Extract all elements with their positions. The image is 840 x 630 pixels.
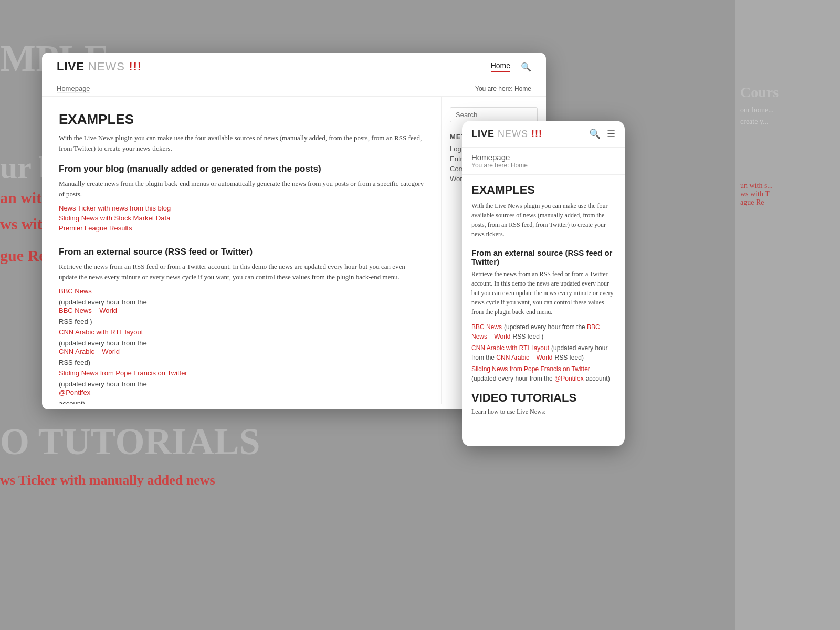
sw-external-section: From an external source (RSS feed or Twi… xyxy=(471,248,615,383)
external-section: From an external source (RSS feed or Twi… xyxy=(59,247,424,404)
cnn-world-link[interactable]: CNN Arabic – World xyxy=(59,348,424,355)
external-desc: Retrieve the news from an RSS feed or fr… xyxy=(59,261,424,282)
sw-pope-end: account) xyxy=(586,375,610,382)
small-window-logo: LIVE NEWS !!! xyxy=(471,129,542,140)
sw-video-desc: Learn how to use Live News: xyxy=(471,408,615,416)
cnn-news-link[interactable]: CNN Arabic with RTL layout xyxy=(59,328,424,336)
blog-link-3[interactable]: Premier League Results xyxy=(59,224,424,232)
blog-title: From your blog (manually added or genera… xyxy=(59,164,424,174)
sw-examples-desc: With the Live News plugin you can make u… xyxy=(471,201,615,239)
sw-search-icon[interactable]: 🔍 xyxy=(589,128,601,140)
sw-video-section: VIDEO TUTORIALS Learn how to use Live Ne… xyxy=(471,391,615,416)
bg-right-text3: un with s... xyxy=(740,182,773,190)
sw-logo-exclaim: !!! xyxy=(531,129,542,139)
large-window-logo: LIVE NEWS !!! xyxy=(57,60,142,74)
small-window-body: EXAMPLES With the Live News plugin you c… xyxy=(462,175,625,446)
small-window-breadcrumb-block: Homepage You are here: Home xyxy=(462,148,625,175)
sw-menu-icon[interactable]: ☰ xyxy=(607,128,615,140)
blog-link-1[interactable]: News Ticker with news from this blog xyxy=(59,204,424,212)
bbc-world-link[interactable]: BBC News – World xyxy=(59,307,424,314)
blog-link-2[interactable]: Sliding News with Stock Market Data xyxy=(59,214,424,222)
examples-title: EXAMPLES xyxy=(59,111,424,128)
large-window-breadcrumb: Homepage xyxy=(57,85,90,93)
sw-external-title: From an external source (RSS feed or Twi… xyxy=(471,248,615,266)
sw-pontifex-link[interactable]: @Pontifex xyxy=(554,375,584,382)
small-window-nav-icons: 🔍 ☰ xyxy=(589,128,615,140)
bg-red-3: gue Re xyxy=(0,247,46,265)
logo-exclaim: !!! xyxy=(129,60,142,73)
cnn-news-text: (updated every hour from the xyxy=(59,339,147,347)
cnn-news-item: CNN Arabic with RTL layout (updated ever… xyxy=(59,328,424,367)
sw-examples-title: EXAMPLES xyxy=(471,183,615,197)
nav-search-icon[interactable]: 🔍 xyxy=(521,62,531,72)
bg-right-text5: ague Re xyxy=(740,198,764,207)
bbc-news-text: (updated every hour from the xyxy=(59,298,147,306)
sw-logo-news: NEWS xyxy=(498,129,528,139)
large-window-youarehere: You are here: Home xyxy=(475,85,531,92)
sw-cnn-item: CNN Arabic with RTL layout (updated ever… xyxy=(471,343,615,362)
large-window-nav: Home 🔍 xyxy=(491,61,531,72)
sw-pope-link[interactable]: Sliding News from Pope Francis on Twitte… xyxy=(471,365,590,373)
pope-news-text: (updated every hour from the xyxy=(59,380,147,388)
bg-right-text2: create y... xyxy=(740,118,769,126)
sw-breadcrumb-main: Homepage xyxy=(471,153,615,162)
pope-news-item: Sliding News from Pope Francis on Twitte… xyxy=(59,369,424,404)
sw-cnn-end: RSS feed) xyxy=(555,354,584,361)
bbc-end-text: RSS feed ) xyxy=(59,318,92,326)
sw-bbc-text: (updated every hour from the xyxy=(504,323,587,331)
examples-desc: With the Live News plugin you can make u… xyxy=(59,133,424,153)
nav-home-link[interactable]: Home xyxy=(491,61,510,72)
bg-text-3: O TUTORIALS xyxy=(0,420,260,464)
bg-right-text4: ws with T xyxy=(740,190,770,198)
large-window-header: LIVE NEWS !!! Home 🔍 xyxy=(42,52,546,81)
pontifex-link[interactable]: @Pontifex xyxy=(59,388,424,396)
small-window-header: LIVE NEWS !!! 🔍 ☰ xyxy=(462,121,625,148)
bg-right-text1: our home... xyxy=(740,106,774,114)
external-title: From an external source (RSS feed or Twi… xyxy=(59,247,424,257)
sw-video-title: VIDEO TUTORIALS xyxy=(471,391,615,405)
sw-bbc-link[interactable]: BBC News xyxy=(471,323,502,331)
sw-bbc-end: RSS feed ) xyxy=(512,333,543,340)
sw-pope-text: (updated every hour from the xyxy=(471,375,554,382)
bbc-news-link[interactable]: BBC News xyxy=(59,287,424,295)
sw-cnn-world-link[interactable]: CNN Arabic – World xyxy=(496,354,552,361)
blog-desc: Manually create news from the plugin bac… xyxy=(59,178,424,199)
small-browser-window: LIVE NEWS !!! 🔍 ☰ Homepage You are here:… xyxy=(462,121,625,446)
pope-end-text: account) xyxy=(59,400,85,404)
logo-news: NEWS xyxy=(88,60,125,73)
bg-right-label: Cours xyxy=(740,84,779,101)
large-window-main: EXAMPLES With the Live News plugin you c… xyxy=(42,97,441,404)
sidebar-search-input[interactable] xyxy=(450,107,538,122)
blog-section: From your blog (manually added or genera… xyxy=(59,164,424,232)
sw-breadcrumb-sub: You are here: Home xyxy=(471,162,615,169)
pope-news-link[interactable]: Sliding News from Pope Francis on Twitte… xyxy=(59,369,424,377)
cnn-end-text: RSS feed) xyxy=(59,359,90,366)
sw-bbc-item: BBC News (updated every hour from the BB… xyxy=(471,322,615,341)
sw-cnn-link[interactable]: CNN Arabic with RTL layout xyxy=(471,344,549,352)
logo-live: LIVE xyxy=(57,60,85,73)
bbc-news-item: BBC News (updated every hour from the BB… xyxy=(59,287,424,326)
bg-red-4: ws Ticker with manually added news xyxy=(0,472,215,488)
sw-logo-live: LIVE xyxy=(471,129,495,139)
sw-external-desc: Retrieve the news from an RSS feed or fr… xyxy=(471,269,615,317)
sw-pope-item: Sliding News from Pope Francis on Twitte… xyxy=(471,364,615,383)
